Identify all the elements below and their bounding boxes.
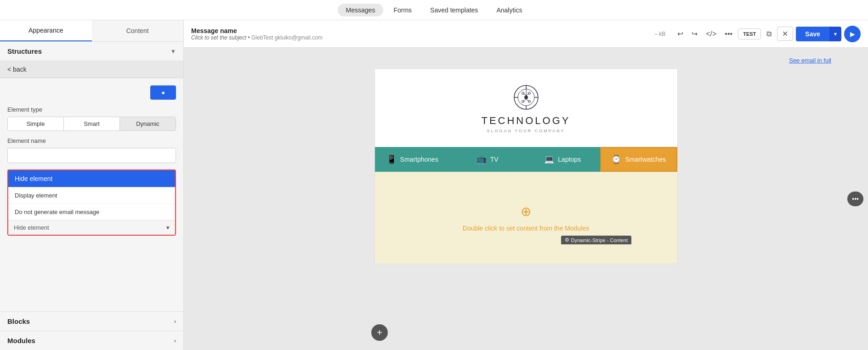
action-blue-button[interactable]: ● [150, 85, 176, 100]
play-button[interactable]: ▶ [844, 26, 861, 42]
content-dropzone[interactable]: ⊕ Double click to set content from the M… [375, 172, 677, 264]
chevron-down-icon: ▼ [170, 48, 176, 55]
dropzone-text: Double click to set content from the Mod… [463, 225, 589, 232]
more-button[interactable]: ••• [722, 27, 735, 41]
tech-slogan: SLOGAN YOUR COMPANY [487, 129, 565, 133]
toggle-simple[interactable]: Simple [8, 117, 64, 130]
structures-section[interactable]: Structures ▼ [0, 42, 183, 61]
dynamic-stripe-label: ⚙ Dynamic-Stripe - Content [561, 236, 632, 244]
nav-smartwatches-label: Smartwatches [625, 156, 666, 163]
tab-content[interactable]: Content [92, 20, 184, 41]
nav-item-tv[interactable]: 📺 TV [450, 147, 525, 172]
hide-element-dropdown-container: Hide element Display element Do not gene… [7, 169, 176, 236]
save-button[interactable]: Save [796, 27, 829, 41]
left-sidebar: Appearance Content Structures ▼ < back ●… [0, 20, 184, 350]
main-layout: Appearance Content Structures ▼ < back ●… [0, 20, 868, 350]
email-logo-section: Technology SLOGAN YOUR COMPANY [375, 69, 677, 147]
tech-logo-svg [508, 83, 545, 115]
email-nav-stripe: 📱 Smartphones 📺 TV 💻 Laptops ⌚ Smartwatc… [375, 147, 677, 172]
element-name-input[interactable] [7, 148, 176, 163]
right-content-area: Message name Click to set the subject • … [184, 20, 868, 350]
redo-button[interactable]: ↪ [689, 27, 700, 41]
nav-tv-label: TV [490, 156, 499, 163]
top-navigation: Messages Forms Saved templates Analytics [0, 0, 868, 20]
dropdown-item-donot[interactable]: Do not generate email message [8, 204, 175, 220]
back-button[interactable]: < back [0, 61, 183, 78]
chevron-down-icon: ▾ [166, 224, 170, 231]
save-dropdown-button[interactable]: ▾ [829, 27, 841, 41]
svg-point-6 [524, 96, 528, 99]
laptop-icon: 💻 [544, 154, 554, 164]
click-icon: ⊕ [521, 204, 531, 219]
smartphone-icon: 📱 [386, 154, 397, 164]
element-type-toggle: Simple Smart Dynamic [7, 117, 176, 131]
tab-saved-templates[interactable]: Saved templates [422, 4, 486, 17]
message-info: Message name Click to set the subject • … [191, 27, 649, 41]
save-btn-group: Save ▾ [796, 27, 841, 41]
email-address: GlebTest gkluiko@gmail.com [251, 34, 323, 41]
element-type-label: Element type [7, 106, 176, 113]
email-canvas: See email in full [184, 48, 868, 350]
nav-item-smartwatches[interactable]: ⌚ Smartwatches [600, 147, 677, 172]
dropdown-item-hide[interactable]: Display element [8, 187, 175, 204]
smartwatch-icon: ⌚ [611, 154, 621, 164]
toolbar-actions: ↩ ↪ </> ••• TEST ⧉ ✕ Save ▾ ▶ [675, 26, 861, 42]
message-name[interactable]: Message name [191, 27, 649, 34]
element-name-label: Element name [7, 137, 176, 144]
nav-laptops-label: Laptops [558, 156, 581, 163]
tab-forms[interactable]: Forms [385, 4, 420, 17]
message-header-bar: Message name Click to set the subject • … [184, 20, 868, 48]
nav-item-laptops[interactable]: 💻 Laptops [525, 147, 601, 172]
tab-messages[interactable]: Messages [338, 4, 384, 17]
message-subtitle: Click to set the subject • GlebTest gklu… [191, 34, 649, 41]
see-email-full-link[interactable]: See email in full [789, 57, 831, 64]
sidebar-content-area: ● Element type Simple Smart Dynamic Elem… [0, 78, 183, 311]
tech-logo-text: Technology [481, 115, 570, 127]
blocks-section[interactable]: Blocks › [0, 311, 183, 331]
dropdown-list: Display element Do not generate email me… [8, 187, 175, 220]
tech-logo-text-area: Technology SLOGAN YOUR COMPANY [481, 115, 570, 133]
dropdown-footer[interactable]: Hide element ▾ [8, 220, 175, 235]
add-block-button[interactable]: + [371, 324, 388, 341]
sidebar-tab-bar: Appearance Content [0, 20, 183, 42]
code-button[interactable]: </> [703, 27, 719, 41]
modules-label: Modules [7, 337, 35, 344]
blocks-label: Blocks [7, 317, 30, 325]
dropdown-footer-label: Hide element [14, 224, 49, 231]
gear-icon: ⚙ [565, 237, 569, 243]
chevron-right-icon: › [174, 318, 176, 325]
toggle-smart[interactable]: Smart [64, 117, 120, 130]
modules-section[interactable]: Modules › [0, 331, 183, 350]
close-button[interactable]: ✕ [777, 27, 793, 41]
dynamic-stripe-text: Dynamic-Stripe - Content [571, 237, 628, 243]
subtitle-sep: • [248, 34, 250, 41]
copy-button[interactable]: ⧉ [764, 27, 774, 41]
tab-analytics[interactable]: Analytics [488, 4, 530, 17]
more-options-button[interactable]: ••• [847, 192, 863, 206]
test-button[interactable]: TEST [738, 28, 761, 40]
structures-label: Structures [7, 47, 42, 55]
undo-button[interactable]: ↩ [675, 27, 686, 41]
nav-smartphones-label: Smartphones [400, 156, 438, 163]
tv-icon: 📺 [477, 154, 487, 164]
email-template: Technology SLOGAN YOUR COMPANY 📱 Smartph… [374, 68, 678, 264]
toggle-dynamic[interactable]: Dynamic [120, 117, 176, 130]
click-to-set-subject[interactable]: Click to set the subject [191, 34, 246, 41]
chevron-right-icon: › [174, 338, 176, 344]
action-btn-row: ● [7, 85, 176, 100]
tab-appearance[interactable]: Appearance [0, 20, 92, 41]
dropdown-selected-item[interactable]: Hide element [8, 170, 175, 187]
nav-item-smartphones[interactable]: 📱 Smartphones [375, 147, 450, 172]
kb-info: – kB [654, 31, 665, 37]
